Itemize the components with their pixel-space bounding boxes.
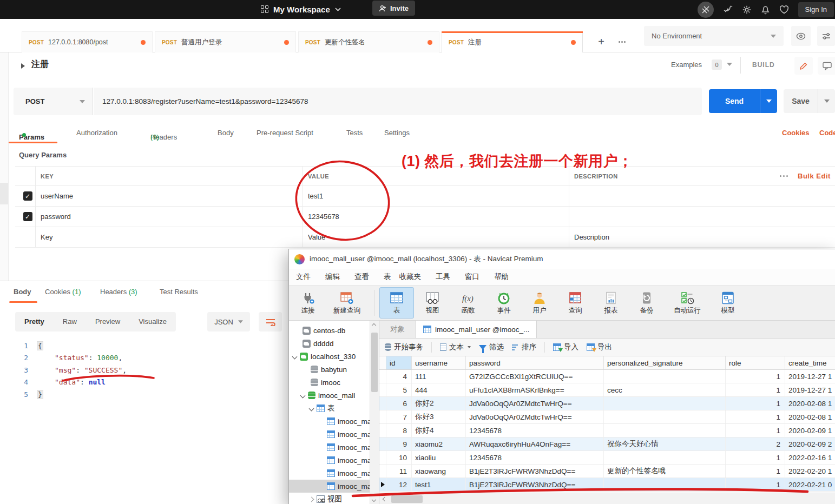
save-options-button[interactable] bbox=[818, 89, 835, 113]
toolbar-backup-button[interactable]: 备份 bbox=[629, 287, 664, 319]
menu-favorites[interactable]: 收藏夹 bbox=[399, 272, 422, 282]
view-raw[interactable]: Raw bbox=[54, 312, 86, 331]
tab-objects[interactable]: 对象 bbox=[379, 321, 416, 338]
tab-table-data-active[interactable]: imooc_mall_user @imooc_... bbox=[416, 321, 537, 338]
toolbar-connection-button[interactable]: 连接 bbox=[292, 287, 324, 319]
environment-settings-button[interactable] bbox=[817, 26, 835, 46]
chevron-down-icon[interactable] bbox=[309, 406, 314, 411]
collapse-caret-icon[interactable] bbox=[21, 63, 25, 69]
table-row[interactable]: 10xiaoliu1234567812022-02-16 1 bbox=[379, 451, 835, 465]
menu-table[interactable]: 表 bbox=[384, 272, 391, 282]
send-button[interactable]: Send bbox=[709, 89, 760, 113]
toolbar-new-query-button[interactable]: 新建查询 bbox=[325, 287, 369, 319]
sign-in-button[interactable]: Sign In bbox=[798, 2, 834, 17]
tree-item-table[interactable]: imooc_ma bbox=[289, 441, 370, 454]
menu-edit[interactable]: 编辑 bbox=[325, 272, 340, 282]
table-row-selected[interactable]: 12test1B1jE2T3lRJcFWRW3NhzDdQ==12022-02-… bbox=[379, 478, 835, 492]
menu-view[interactable]: 查看 bbox=[354, 272, 369, 282]
param-key[interactable]: userName bbox=[36, 186, 303, 206]
table-row[interactable]: 5444uFfu1clAXB8rmASKrlBnkg==cecc12019-12… bbox=[379, 383, 835, 397]
tree-scrollbar[interactable] bbox=[370, 321, 379, 504]
satellite-icon[interactable] bbox=[723, 5, 733, 14]
chevron-down-icon[interactable] bbox=[292, 354, 297, 359]
begin-transaction-button[interactable]: 开始事务 bbox=[385, 342, 423, 352]
tree-item-table[interactable]: imooc_ma bbox=[289, 467, 370, 480]
cookies-link[interactable]: Cookies bbox=[782, 129, 810, 137]
environment-quick-look-button[interactable] bbox=[791, 26, 811, 46]
sort-button[interactable]: 排序 bbox=[512, 342, 536, 352]
export-button[interactable]: 导出 bbox=[587, 342, 612, 352]
tree-item-localhost[interactable]: localhost_330 bbox=[289, 350, 370, 363]
scroll-down-icon[interactable] bbox=[372, 497, 377, 501]
toolbar-events-button[interactable]: 事件 bbox=[486, 287, 521, 319]
response-tab-test-results[interactable]: Test Results bbox=[160, 288, 198, 296]
toolbar-model-button[interactable]: 模型 bbox=[711, 287, 745, 319]
tab-pre-request-script[interactable]: Pre-request Script bbox=[257, 129, 313, 137]
toolbar-reports-button[interactable]: 报表 bbox=[594, 287, 628, 319]
col-username[interactable]: username bbox=[412, 356, 466, 369]
param-value[interactable]: 12345678 bbox=[303, 207, 569, 227]
tab-settings[interactable]: Settings bbox=[384, 129, 410, 137]
response-format-select[interactable]: JSON bbox=[207, 312, 250, 331]
wrap-lines-button[interactable] bbox=[259, 312, 282, 331]
toolbar-users-button[interactable]: 用户 bbox=[522, 287, 557, 319]
tab-body[interactable]: Body bbox=[218, 129, 234, 137]
key-placeholder[interactable]: Key bbox=[36, 227, 303, 247]
import-button[interactable]: 导入 bbox=[553, 342, 578, 352]
settings-gear-icon[interactable] bbox=[742, 5, 752, 15]
toolbar-automation-button[interactable]: 自动运行 bbox=[665, 287, 709, 319]
horizontal-scrollbar[interactable] bbox=[379, 493, 835, 504]
toolbar-functions-button[interactable]: f(x) 函数 bbox=[451, 287, 485, 319]
menu-help[interactable]: 帮助 bbox=[494, 272, 509, 282]
chevron-right-icon[interactable] bbox=[309, 497, 314, 502]
chevron-down-icon[interactable] bbox=[727, 63, 732, 66]
send-options-button[interactable] bbox=[760, 89, 777, 113]
tab-request-4-active[interactable]: POST 注册 bbox=[442, 31, 583, 52]
invite-button[interactable]: Invite bbox=[372, 1, 415, 16]
view-visualize[interactable]: Visualize bbox=[129, 312, 176, 331]
menu-tools[interactable]: 工具 bbox=[436, 272, 450, 282]
toolbar-tables-button[interactable]: 表 bbox=[379, 287, 414, 319]
save-button[interactable]: Save bbox=[784, 89, 818, 113]
table-row[interactable]: 8你好41234567812020-02-09 1 bbox=[379, 424, 835, 437]
table-row[interactable]: 7你好3JdVa0oOqQAr0ZMdtcTwHrQ==12020-02-08 … bbox=[379, 410, 835, 424]
comments-button[interactable] bbox=[818, 57, 835, 75]
menu-file[interactable]: 文件 bbox=[296, 272, 311, 282]
col-password[interactable]: password bbox=[466, 356, 604, 369]
tree-item-table-selected[interactable]: imooc_ma bbox=[289, 480, 370, 493]
workspace-switcher[interactable]: My Workspace bbox=[261, 1, 341, 17]
col-create-time[interactable]: create_time bbox=[785, 356, 835, 369]
environment-selector[interactable]: No Environment bbox=[644, 26, 784, 46]
scroll-up-icon[interactable] bbox=[372, 323, 377, 327]
param-checkbox[interactable]: ✓ bbox=[23, 191, 32, 201]
toolbar-queries-button[interactable]: 查询 bbox=[558, 287, 593, 319]
tree-item-views[interactable]: 视图 bbox=[289, 493, 370, 504]
new-tab-button[interactable]: + bbox=[591, 31, 611, 52]
tree-item-table[interactable]: imooc_ma bbox=[289, 454, 370, 467]
heart-icon[interactable] bbox=[779, 5, 789, 14]
view-preview[interactable]: Preview bbox=[86, 312, 129, 331]
tab-tests[interactable]: Tests bbox=[346, 129, 363, 137]
capture-requests-icon[interactable] bbox=[698, 2, 714, 18]
tab-request-1[interactable]: POST 127.0.0.1:8080/post bbox=[22, 31, 153, 52]
col-personalized-signature[interactable]: personalized_signature bbox=[604, 356, 726, 369]
tree-item-centos-db[interactable]: centos-db bbox=[289, 324, 370, 337]
response-tab-body[interactable]: Body bbox=[14, 288, 31, 296]
table-row[interactable]: 6你好2JdVa0oOqQAr0ZMdtcTwHrQ==12020-02-08 … bbox=[379, 397, 835, 410]
text-mode-button[interactable]: 文本 bbox=[440, 342, 471, 352]
response-tab-headers[interactable]: Headers (3) bbox=[100, 288, 137, 296]
examples-label[interactable]: Examples bbox=[671, 61, 702, 69]
param-checkbox[interactable]: ✓ bbox=[23, 212, 32, 221]
col-id[interactable]: id bbox=[386, 356, 412, 369]
param-value[interactable]: test1 bbox=[303, 186, 569, 206]
tree-item-tables[interactable]: 表 bbox=[289, 402, 370, 415]
tree-item-imooc[interactable]: imooc bbox=[289, 376, 370, 389]
tab-options-icon[interactable] bbox=[612, 31, 632, 52]
tree-item-babytun[interactable]: babytun bbox=[289, 363, 370, 376]
param-key[interactable]: password bbox=[36, 207, 303, 227]
menu-window[interactable]: 窗口 bbox=[465, 272, 479, 282]
scroll-left-icon[interactable] bbox=[379, 493, 389, 504]
table-row[interactable]: 11xiaowangB1jE2T3lRJcFWRW3NhzDdQ==更新的个性签… bbox=[379, 465, 835, 478]
tree-item-ddddd[interactable]: ddddd bbox=[289, 337, 370, 350]
tab-request-2[interactable]: POST 普通用户登录 bbox=[155, 31, 296, 52]
